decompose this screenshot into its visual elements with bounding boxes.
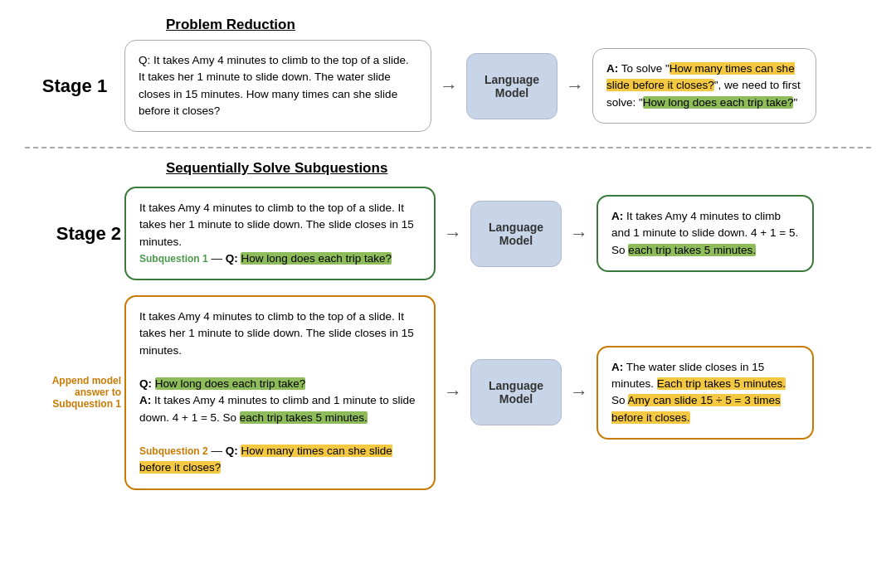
stage2-row2-q2-prefix: Q: <box>226 445 238 457</box>
stage2-row1: Stage 2 It takes Amy 4 minutes to climb … <box>25 187 871 280</box>
stage2-row1-arrow1: → <box>444 223 462 245</box>
stage2-row1-subq-label: Subquestion 1 <box>139 253 208 265</box>
section-divider <box>25 147 871 148</box>
stage2-label: Stage 2 <box>56 223 121 245</box>
stage1-answer-prefix: A: <box>606 62 618 75</box>
stage2-row1-lm-box: LanguageModel <box>470 201 562 267</box>
stage2-row1-left: Stage 2 <box>25 223 124 245</box>
stage2-title: Sequentially Solve Subquestions <box>166 160 387 176</box>
stage2-row1-question-box: It takes Amy 4 minutes to climb to the t… <box>124 187 436 280</box>
stage2-row2-arrow1: → <box>444 381 462 403</box>
stage2-row1-q-highlight: How long does each trip take? <box>241 252 392 265</box>
stage2-row2-arrow2: → <box>570 381 588 403</box>
stage2-row2-left: Append modelanswer toSubquestion 1 <box>25 375 124 410</box>
stage1-highlight-orange: How many times can she slide before it c… <box>606 62 795 91</box>
stage1-arrow1: → <box>440 75 458 97</box>
stage1-content: Stage 1 Q: It takes Amy 4 minutes to cli… <box>25 40 871 132</box>
stage2-row2-question-box: It takes Amy 4 minutes to climb to the t… <box>124 295 436 490</box>
stage2-row2-ans-prefix: A: <box>611 361 623 373</box>
stage2-row1-answer-box: A: It takes Amy 4 minutes to climb and 1… <box>597 195 814 272</box>
stage2-row2-lm-box: LanguageModel <box>470 359 562 425</box>
stage2-append-label: Append modelanswer toSubquestion 1 <box>52 375 121 410</box>
main-container: Problem Reduction Stage 1 Q: It takes Am… <box>0 0 896 507</box>
stage2-row2-subq2-label: Subquestion 2 <box>139 445 208 457</box>
stage2-row2-answer-box: A: The water slide closes in 15 minutes.… <box>597 346 814 440</box>
stage1-highlight-green: How long does each trip take? <box>643 96 794 109</box>
stage2-row1-lm-label: LanguageModel <box>489 221 543 247</box>
stage2-title-row: Sequentially Solve Subquestions <box>166 160 871 177</box>
stage1-answer-box: A: To solve "How many times can she slid… <box>592 48 816 124</box>
stage1-question-box: Q: It takes Amy 4 minutes to climb to th… <box>124 40 431 132</box>
stage2-row1-ans-highlight: each trip takes 5 minutes. <box>628 244 756 256</box>
stage2-row2-a1-highlight: each trip takes 5 minutes. <box>240 411 368 424</box>
stage1-lm-label: LanguageModel <box>485 73 539 100</box>
stage1-title: Problem Reduction <box>166 17 295 33</box>
stage2-row1-context: It takes Amy 4 minutes to climb to the t… <box>139 202 414 248</box>
stage2-row2-q1-highlight: How long does each trip take? <box>155 377 306 390</box>
stage2-row2-context: It takes Amy 4 minutes to climb to the t… <box>139 310 414 357</box>
stage2-section: Sequentially Solve Subquestions Stage 2 … <box>25 160 871 490</box>
stage1-question-text: Q: It takes Amy 4 minutes to climb to th… <box>139 54 409 117</box>
stage1-label: Stage 1 <box>25 75 124 97</box>
stage2-row1-arrow2: → <box>570 223 588 245</box>
stage2-row1-q-prefix: Q: <box>226 252 238 265</box>
stage2-row2-lm-label: LanguageModel <box>489 379 543 406</box>
stage2-row2-ans-highlight2: Amy can slide 15 ÷ 5 = 3 times before it… <box>611 394 781 423</box>
stage1-arrow2: → <box>566 75 584 97</box>
stage2-rows: Stage 2 It takes Amy 4 minutes to climb … <box>25 187 871 490</box>
stage1-section: Problem Reduction Stage 1 Q: It takes Am… <box>25 17 871 132</box>
stage1-lm-box: LanguageModel <box>466 53 558 119</box>
stage2-row1-ans-prefix: A: <box>611 210 623 222</box>
stage2-row2: Append modelanswer toSubquestion 1 It ta… <box>25 295 871 490</box>
stage2-row2-ans-highlight1: Each trip takes 5 minutes. <box>657 377 786 390</box>
stage1-title-row: Problem Reduction <box>166 17 871 33</box>
stage2-row2-q1-prefix: Q: <box>139 377 152 390</box>
stage2-row2-a1-prefix: A: <box>139 394 151 406</box>
